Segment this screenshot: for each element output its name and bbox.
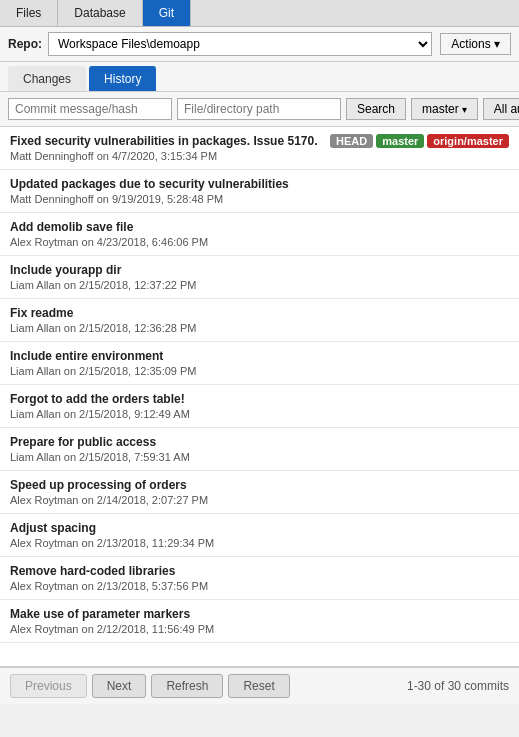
commit-title: Remove hard-coded libraries (10, 564, 509, 578)
commit-badge-origin: origin/master (427, 134, 509, 148)
commit-list: Fixed security vulnerabilities in packag… (0, 127, 519, 667)
tab-files[interactable]: Files (0, 0, 58, 26)
commit-author: Matt Denninghoff on 4/7/2020, 3:15:34 PM (10, 150, 509, 162)
commit-item[interactable]: Adjust spacingAlex Roytman on 2/13/2018,… (0, 514, 519, 557)
search-button[interactable]: Search (346, 98, 406, 120)
commit-item[interactable]: Speed up processing of ordersAlex Roytma… (0, 471, 519, 514)
sub-tab-bar: Changes History (0, 62, 519, 92)
footer: Previous Next Refresh Reset 1-30 of 30 c… (0, 667, 519, 704)
commit-author: Liam Allan on 2/15/2018, 12:35:09 PM (10, 365, 509, 377)
commit-author: Liam Allan on 2/15/2018, 12:37:22 PM (10, 279, 509, 291)
reset-button[interactable]: Reset (228, 674, 289, 698)
author-dropdown[interactable]: All authors▾ (483, 98, 519, 120)
commit-item[interactable]: Updated packages due to security vulnera… (0, 170, 519, 213)
commit-author: Liam Allan on 2/15/2018, 12:36:28 PM (10, 322, 509, 334)
commit-title: Fix readme (10, 306, 509, 320)
commit-item[interactable]: Remove hard-coded librariesAlex Roytman … (0, 557, 519, 600)
commit-badge-master: master (376, 134, 424, 148)
commit-author: Alex Roytman on 2/14/2018, 2:07:27 PM (10, 494, 509, 506)
tab-git[interactable]: Git (143, 0, 191, 26)
next-button[interactable]: Next (92, 674, 147, 698)
repo-select[interactable]: Workspace Files\demoapp (48, 32, 432, 56)
commit-author: Alex Roytman on 4/23/2018, 6:46:06 PM (10, 236, 509, 248)
commit-title: Make use of parameter markers (10, 607, 509, 621)
commit-author: Liam Allan on 2/15/2018, 9:12:49 AM (10, 408, 509, 420)
commit-title: Updated packages due to security vulnera… (10, 177, 509, 191)
commit-title: Prepare for public access (10, 435, 509, 449)
branch-dropdown[interactable]: master▾ (411, 98, 478, 120)
commit-author: Alex Roytman on 2/13/2018, 11:29:34 PM (10, 537, 509, 549)
commit-title: Add demolib save file (10, 220, 509, 234)
commit-item[interactable]: Include yourapp dirLiam Allan on 2/15/20… (0, 256, 519, 299)
commit-item[interactable]: Include entire environmentLiam Allan on … (0, 342, 519, 385)
commit-count-info: 1-30 of 30 commits (407, 679, 509, 693)
commit-author: Alex Roytman on 2/13/2018, 5:37:56 PM (10, 580, 509, 592)
repo-bar: Repo: Workspace Files\demoapp Actions ▾ (0, 27, 519, 62)
commit-title: Speed up processing of orders (10, 478, 509, 492)
tab-history[interactable]: History (89, 66, 156, 91)
commit-title: Include yourapp dir (10, 263, 509, 277)
refresh-button[interactable]: Refresh (151, 674, 223, 698)
commit-title: Adjust spacing (10, 521, 509, 535)
chevron-down-icon: ▾ (462, 104, 467, 115)
commit-item[interactable]: Add demolib save fileAlex Roytman on 4/2… (0, 213, 519, 256)
commit-item[interactable]: Forgot to add the orders table!Liam Alla… (0, 385, 519, 428)
commit-item[interactable]: Fixed security vulnerabilities in packag… (0, 127, 519, 170)
commit-badge-head: HEAD (330, 134, 373, 148)
previous-button[interactable]: Previous (10, 674, 87, 698)
commit-author: Liam Allan on 2/15/2018, 7:59:31 AM (10, 451, 509, 463)
commit-item[interactable]: Make use of parameter markersAlex Roytma… (0, 600, 519, 643)
footer-buttons: Previous Next Refresh Reset (10, 674, 290, 698)
commit-author: Matt Denninghoff on 9/19/2019, 5:28:48 P… (10, 193, 509, 205)
commit-author: Alex Roytman on 2/12/2018, 11:56:49 PM (10, 623, 509, 635)
top-tab-bar: Files Database Git (0, 0, 519, 27)
actions-button[interactable]: Actions ▾ (440, 33, 511, 55)
filter-bar: Search master▾ All authors▾ (0, 92, 519, 127)
commit-item[interactable]: Prepare for public accessLiam Allan on 2… (0, 428, 519, 471)
commit-title: Forgot to add the orders table! (10, 392, 509, 406)
commit-title: Fixed security vulnerabilities in packag… (10, 134, 322, 148)
repo-label: Repo: (8, 37, 42, 51)
path-search-input[interactable] (177, 98, 341, 120)
commit-item[interactable]: Fix readmeLiam Allan on 2/15/2018, 12:36… (0, 299, 519, 342)
tab-changes[interactable]: Changes (8, 66, 86, 91)
commit-title: Include entire environment (10, 349, 509, 363)
tab-database[interactable]: Database (58, 0, 142, 26)
commit-search-input[interactable] (8, 98, 172, 120)
